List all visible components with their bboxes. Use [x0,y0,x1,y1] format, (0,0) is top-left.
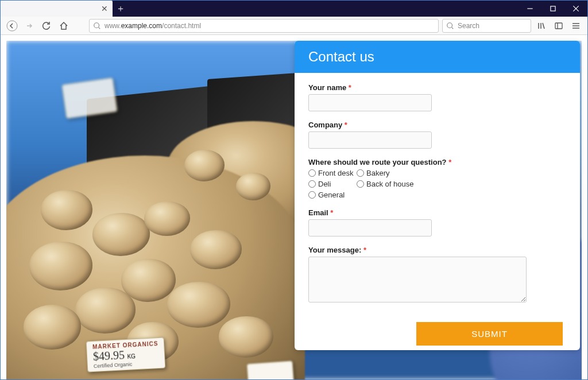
maximize-button[interactable] [541,1,564,17]
email-label: Email * [308,208,566,217]
name-input[interactable] [308,94,432,111]
reload-button[interactable] [40,19,53,33]
svg-rect-12 [555,23,562,29]
sidebar-button[interactable] [552,19,566,33]
window-titlebar: ✕ ＋ [1,1,587,17]
browser-tab[interactable]: ✕ [1,1,113,17]
forward-button[interactable] [22,19,36,33]
hamburger-icon [571,21,581,30]
reload-icon [42,21,51,30]
name-label: Your name * [308,83,566,92]
close-window-button[interactable] [564,1,587,17]
form-title: Contact us [295,41,580,73]
home-button[interactable] [57,19,71,33]
search-icon [446,22,454,30]
sidebar-icon [554,21,563,30]
route-option-bakery[interactable]: Bakery [357,169,425,177]
message-textarea[interactable] [308,257,527,303]
browser-toolbar: www.example.com/contact.html Search [1,17,587,35]
menu-button[interactable] [569,19,583,33]
arrow-left-icon [6,20,18,32]
contact-form-panel: Contact us Your name * Company * Where s… [295,41,580,350]
arrow-right-icon [25,21,34,30]
price-tag [247,360,295,379]
titlebar-drag-area [129,1,519,17]
svg-point-5 [94,22,99,28]
library-icon [537,21,546,30]
email-input[interactable] [308,219,432,236]
close-tab-icon[interactable]: ✕ [101,4,108,13]
page-content: MARKET ORGANICS $49.95 KG Certified Orga… [1,35,587,379]
route-label: Where should we route your question? * [308,158,566,166]
company-input[interactable] [308,131,432,149]
back-button[interactable] [5,19,19,33]
minimize-button[interactable] [519,1,541,17]
search-icon [93,22,101,30]
new-tab-button[interactable]: ＋ [113,1,129,17]
svg-point-4 [7,21,17,31]
search-bar[interactable]: Search [442,19,531,33]
svg-line-11 [543,23,544,29]
url-text: www.example.com/contact.html [105,22,201,30]
route-option-deli[interactable]: Deli [308,180,354,188]
route-option-backofhouse[interactable]: Back of house [357,180,425,188]
svg-point-7 [447,22,452,28]
home-icon [59,21,68,30]
svg-line-8 [452,27,454,29]
svg-rect-1 [551,6,555,11]
message-label: Your message: * [308,246,566,254]
route-option-frontdesk[interactable]: Front desk [308,169,354,177]
address-bar[interactable]: www.example.com/contact.html [89,19,439,33]
route-option-general[interactable]: General [308,191,354,199]
window-controls [519,1,587,17]
company-label: Company * [308,121,566,129]
library-button[interactable] [535,19,548,33]
submit-button[interactable]: SUBMIT [416,322,563,346]
search-placeholder: Search [458,22,479,30]
svg-line-6 [99,27,100,29]
price-tag: MARKET ORGANICS $49.95 KG Certified Orga… [86,337,166,372]
